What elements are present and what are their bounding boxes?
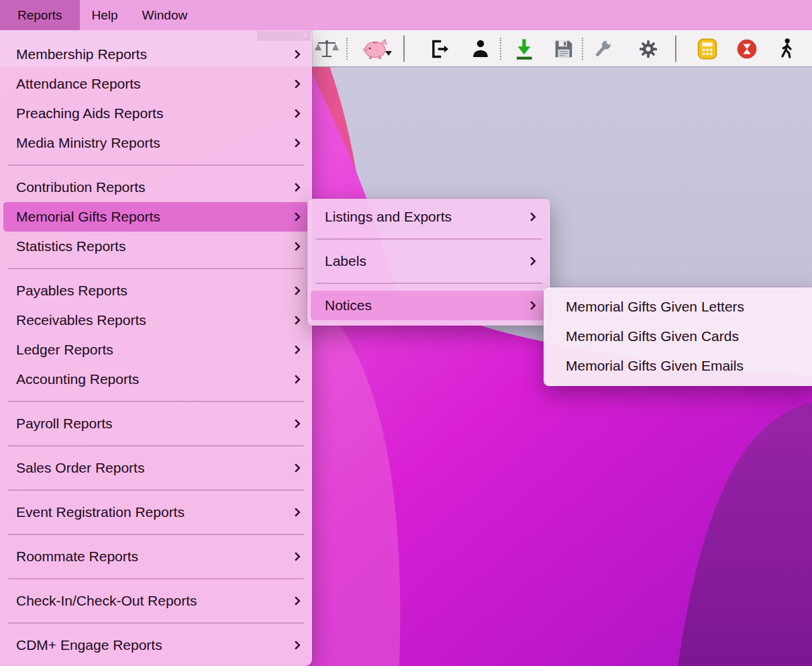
save-icon (553, 38, 574, 60)
menu-item-attendance-reports[interactable]: Attendance Reports (3, 69, 309, 99)
toolbar-separator (346, 38, 348, 60)
gear-icon (638, 39, 658, 59)
menu-item-media-ministry-reports[interactable]: Media Ministry Reports (3, 128, 309, 158)
chevron-right-icon (291, 419, 301, 428)
menu-item-accounting-reports[interactable]: Accounting Reports (3, 365, 309, 394)
menu-item-memorial-gifts-reports[interactable]: Memorial Gifts Reports (3, 202, 309, 232)
menu-separator (8, 622, 304, 624)
menu-separator (8, 445, 304, 446)
piggy-bank-button[interactable] (362, 30, 391, 67)
reports-menu: Membership Reports Attendance Reports Pr… (0, 30, 312, 666)
menu-separator (8, 164, 304, 166)
menu-item-label: Receivables Reports (16, 312, 146, 328)
menu-item-membership-reports[interactable]: Membership Reports (3, 40, 309, 69)
walking-person-icon (776, 38, 797, 60)
exit-door-icon (429, 38, 450, 60)
download-icon (513, 38, 536, 60)
toolbar-separator (582, 38, 583, 60)
menu-item-cdm-engage-reports[interactable]: CDM+ Engage Reports (3, 630, 309, 660)
menu-item-payables-reports[interactable]: Payables Reports (3, 276, 309, 305)
hourglass-icon (736, 38, 758, 60)
menu-item-label: Memorial Gifts Reports (16, 209, 160, 225)
menu-item-label: Accounting Reports (16, 371, 139, 387)
submenu-item-memorial-gifts-given-cards[interactable]: Memorial Gifts Given Cards (547, 322, 812, 351)
hourglass-button[interactable] (735, 30, 759, 67)
chevron-right-icon (291, 109, 301, 118)
menu-item-label: Event Registration Reports (16, 504, 185, 520)
menu-separator (8, 489, 304, 491)
chevron-right-icon (291, 508, 301, 517)
scales-button[interactable] (314, 30, 340, 67)
menubar-label: Help (92, 8, 118, 23)
menubar-item-reports[interactable]: Reports (0, 0, 80, 30)
chevron-right-icon (291, 316, 301, 325)
person-button[interactable] (468, 30, 493, 67)
save-button[interactable] (552, 30, 576, 67)
menu-item-payroll-reports[interactable]: Payroll Reports (3, 409, 309, 438)
toolbar-separator (500, 38, 501, 60)
menu-item-label: Memorial Gifts Given Cards (566, 328, 739, 344)
submenu-item-memorial-gifts-given-emails[interactable]: Memorial Gifts Given Emails (547, 351, 812, 381)
chevron-right-icon (291, 375, 301, 384)
chevron-right-icon (291, 286, 301, 295)
menu-item-event-registration-reports[interactable]: Event Registration Reports (3, 497, 309, 527)
chevron-right-icon (291, 242, 301, 251)
chevron-right-icon (291, 552, 301, 561)
exit-door-button[interactable] (427, 30, 452, 67)
submenu-item-listings-and-exports[interactable]: Listings and Exports (311, 202, 547, 232)
wrench-button[interactable] (591, 30, 615, 67)
menu-item-label: Labels (325, 253, 366, 269)
menu-item-label: Memorial Gifts Given Emails (566, 358, 744, 374)
menubar-item-window[interactable]: Window (130, 0, 200, 30)
chevron-right-icon (291, 212, 301, 222)
menu-item-statistics-reports[interactable]: Statistics Reports (3, 232, 309, 261)
memorial-gifts-submenu: Listings and Exports Labels Notices (307, 199, 550, 326)
submenu-item-memorial-gifts-given-letters[interactable]: Memorial Gifts Given Letters (547, 292, 812, 322)
menubar-item-help[interactable]: Help (80, 0, 130, 30)
menu-item-label: CDM+ Engage Reports (16, 637, 162, 653)
menu-item-label: Attendance Reports (16, 76, 141, 92)
menu-item-label: Sales Order Reports (16, 460, 144, 476)
chevron-right-icon (291, 183, 301, 192)
menu-item-sales-order-reports[interactable]: Sales Order Reports (3, 453, 309, 483)
piggy-dropdown-arrow-icon[interactable] (385, 51, 392, 59)
calculator-button[interactable] (695, 30, 719, 67)
chevron-right-icon (291, 345, 301, 354)
menubar-label: Reports (17, 8, 62, 23)
menu-item-roommate-reports[interactable]: Roommate Reports (3, 542, 309, 571)
menu-item-label: Ledger Reports (16, 342, 113, 358)
menu-item-check-in-check-out-reports[interactable]: Check-In/Check-Out Reports (3, 586, 309, 616)
download-button[interactable] (512, 30, 536, 67)
notices-submenu: Memorial Gifts Given Letters Memorial Gi… (544, 287, 812, 386)
menu-item-receivables-reports[interactable]: Receivables Reports (3, 305, 309, 335)
menu-item-label: Listings and Exports (325, 209, 452, 225)
menu-separator (8, 578, 304, 579)
menu-item-label: Statistics Reports (16, 238, 125, 254)
chevron-right-icon (291, 50, 301, 59)
chevron-right-icon (291, 463, 301, 473)
menu-item-label: Media Ministry Reports (16, 135, 160, 151)
menu-separator (315, 283, 542, 284)
chevron-right-icon (291, 640, 301, 650)
calculator-icon (696, 38, 719, 60)
menu-item-label: Payroll Reports (16, 416, 113, 432)
menu-item-label: Contribution Reports (16, 179, 146, 195)
chevron-right-icon (291, 138, 301, 148)
submenu-item-notices[interactable]: Notices (311, 291, 547, 320)
walking-person-button[interactable] (774, 30, 799, 67)
wrench-icon (592, 38, 613, 60)
menu-separator (315, 238, 542, 240)
menu-separator (8, 534, 304, 535)
submenu-item-labels[interactable]: Labels (311, 246, 547, 276)
menu-item-contribution-reports[interactable]: Contribution Reports (3, 173, 309, 202)
menu-separator (8, 401, 304, 402)
menu-separator (8, 268, 304, 269)
menubar-label: Window (142, 8, 188, 23)
chevron-right-icon (527, 212, 536, 222)
menu-item-ledger-reports[interactable]: Ledger Reports (3, 335, 309, 365)
gear-button[interactable] (636, 30, 660, 67)
chevron-right-icon (291, 596, 301, 606)
chevron-right-icon (527, 256, 536, 266)
menu-item-preaching-aids-reports[interactable]: Preaching Aids Reports (3, 99, 309, 128)
menu-item-label: Membership Reports (16, 46, 147, 62)
